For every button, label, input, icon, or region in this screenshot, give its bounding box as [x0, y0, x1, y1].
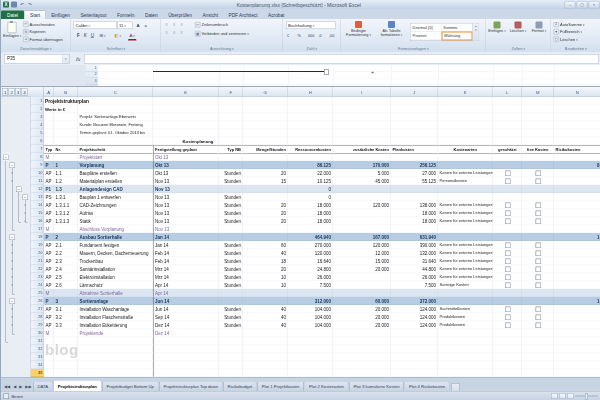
- cell-E9[interactable]: Okt 13: [153, 161, 219, 169]
- cell-E8[interactable]: Okt 13: [153, 153, 219, 161]
- cell-M21[interactable]: [522, 257, 554, 265]
- cell-I19[interactable]: 120.000: [333, 241, 391, 249]
- cell-C22[interactable]: Sanitärinstallation: [78, 265, 153, 273]
- cell-K1[interactable]: [438, 97, 493, 105]
- paste-button[interactable]: Einfügen: [3, 21, 22, 45]
- cell-C6[interactable]: [78, 137, 153, 145]
- excel-logo-icon[interactable]: X: [3, 2, 9, 8]
- cell-C5[interactable]: Termin geplant: 01. Oktober 2013 bis: [78, 129, 153, 137]
- cell-L3[interactable]: [493, 113, 522, 121]
- cell-H4[interactable]: [288, 121, 333, 129]
- cell-C13[interactable]: Bauplan 1 entwerfen: [78, 193, 153, 201]
- cell-J16[interactable]: 18.000: [391, 217, 438, 225]
- cell-B16[interactable]: 1.3.1.3: [54, 217, 78, 225]
- cell-F17[interactable]: [219, 225, 243, 233]
- percent-format-icon[interactable]: %: [296, 32, 302, 40]
- row-header-29[interactable]: 29: [31, 321, 44, 329]
- cell-I5[interactable]: [333, 129, 391, 137]
- cell-I11[interactable]: 45.000: [333, 177, 391, 185]
- cell-N16[interactable]: [554, 217, 600, 225]
- cell-I29[interactable]: 20.000: [333, 321, 391, 329]
- cell-J20[interactable]: 132.000: [391, 249, 438, 257]
- cell-M34[interactable]: [522, 361, 554, 369]
- cell-E19[interactable]: Jan 14: [153, 241, 219, 249]
- cell-G5[interactable]: [243, 129, 288, 137]
- checkbox-fixekosten-22[interactable]: [535, 267, 541, 273]
- cell-A25[interactable]: M: [44, 289, 54, 297]
- cell-C10[interactable]: Baupläne erstellen: [78, 169, 153, 177]
- row-header-19[interactable]: 19: [31, 241, 44, 249]
- number-format-select[interactable]: Buchhaltung: [286, 22, 336, 30]
- cell-B28[interactable]: 3.2: [54, 313, 78, 321]
- cell-A4[interactable]: [44, 121, 54, 129]
- cell-E2[interactable]: [153, 105, 219, 113]
- cell-L5[interactable]: [493, 129, 522, 137]
- cell-B26[interactable]: 3: [54, 297, 78, 305]
- cell-F16[interactable]: Stunden: [219, 217, 243, 225]
- cell-J1[interactable]: [391, 97, 438, 105]
- cell-A11[interactable]: AP: [44, 177, 54, 185]
- cell-K22[interactable]: Kosten für externe Leistungen: [438, 265, 493, 273]
- sheet-tab-plot-4-risikokosten[interactable]: Plot 4 Risikokosten: [405, 382, 450, 392]
- cell-B27[interactable]: 3.1: [54, 305, 78, 313]
- cell-J6[interactable]: [391, 137, 438, 145]
- cell-L34[interactable]: [493, 361, 522, 369]
- cell-A27[interactable]: AP: [44, 305, 54, 313]
- font-size-select[interactable]: 11: [117, 22, 133, 30]
- cell-M17[interactable]: [522, 225, 554, 233]
- font-family-select[interactable]: Calibri: [74, 22, 117, 30]
- cell-K12[interactable]: [438, 185, 493, 193]
- cell-J29[interactable]: 124.000: [391, 321, 438, 329]
- cell-M16[interactable]: [522, 217, 554, 225]
- row-header-7[interactable]: 7: [31, 145, 44, 153]
- undo-icon[interactable]: ↶: [19, 2, 25, 8]
- row-header-22[interactable]: 22: [31, 265, 44, 273]
- cell-M3[interactable]: [522, 113, 554, 121]
- cell-H9[interactable]: 86.125: [288, 161, 333, 169]
- cell-H31[interactable]: [288, 337, 333, 345]
- cell-L27[interactable]: [493, 305, 522, 313]
- cell-G34[interactable]: [243, 361, 288, 369]
- cell-B22[interactable]: 2.4: [54, 265, 78, 273]
- cell-L1[interactable]: [493, 97, 522, 105]
- cell-B17[interactable]: [54, 225, 78, 233]
- zoom-slider-handle[interactable]: [585, 394, 588, 400]
- font-color-icon[interactable]: A: [128, 32, 136, 41]
- checkbox-geschaetzt-14[interactable]: [505, 203, 511, 209]
- ribbon-tab-pdf-architect[interactable]: PDF Architect: [223, 11, 262, 20]
- cell-L35[interactable]: [493, 369, 522, 377]
- cell-A10[interactable]: AP: [44, 169, 54, 177]
- cell-A15[interactable]: AP: [44, 209, 54, 217]
- cell-I21[interactable]: 15.000: [333, 257, 391, 265]
- cell-J13[interactable]: [391, 193, 438, 201]
- cell-H17[interactable]: [288, 225, 333, 233]
- cell-A21[interactable]: AP: [44, 257, 54, 265]
- cell-M8[interactable]: [522, 153, 554, 161]
- cell-K20[interactable]: Kosten für externe Leistungen: [438, 249, 493, 257]
- ribbon-tab-überprüfen[interactable]: Überprüfen: [163, 11, 197, 20]
- checkbox-geschaetzt-11[interactable]: [505, 179, 511, 185]
- gallery-scroll[interactable]: ▴▾: [473, 24, 479, 41]
- cell-H33[interactable]: [288, 353, 333, 361]
- cell-N26[interactable]: 1: [554, 297, 600, 305]
- cell-I32[interactable]: [333, 345, 391, 353]
- cell-M35[interactable]: [522, 369, 554, 377]
- als-tabelle-formatieren-button[interactable]: Als Tabelle formatieren: [375, 21, 408, 37]
- ribbon-tab-ansicht[interactable]: Ansicht: [197, 11, 223, 20]
- cell-N23[interactable]: [554, 273, 600, 281]
- cell-I16[interactable]: [333, 217, 391, 225]
- cell-N12[interactable]: [554, 185, 600, 193]
- sheet-tab-projektbudget-bottom-up[interactable]: Projektbudget Bottom Up: [102, 382, 158, 392]
- cell-F4[interactable]: [219, 121, 243, 129]
- cell-E21[interactable]: Feb 14: [153, 257, 219, 265]
- cell-I13[interactable]: [333, 193, 391, 201]
- checkbox-geschaetzt-29[interactable]: [505, 323, 511, 329]
- cell-F18[interactable]: [219, 233, 243, 241]
- sheet-tab-plot-2-kostenarten[interactable]: Plot 2 Kostenarten: [304, 382, 348, 392]
- cell-F26[interactable]: [219, 297, 243, 305]
- cell-A3[interactable]: [44, 113, 54, 121]
- cell-F28[interactable]: Stunden: [219, 313, 243, 321]
- cell-B10[interactable]: 1.1: [54, 169, 78, 177]
- cell-J4[interactable]: [391, 121, 438, 129]
- outline-level-button-1[interactable]: 1: [2, 88, 8, 96]
